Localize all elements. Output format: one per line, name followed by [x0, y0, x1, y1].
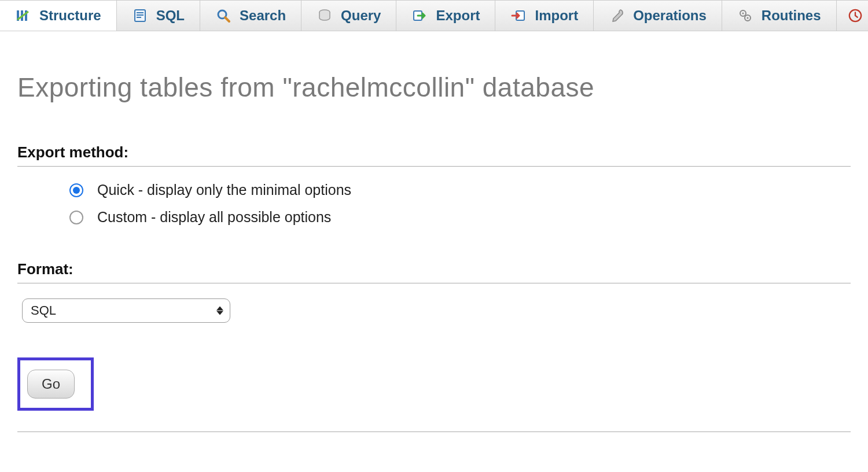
- svg-rect-4: [137, 12, 144, 13]
- radio-custom-input[interactable]: [69, 211, 83, 224]
- export-method-section: Export method: Quick - display only the …: [17, 143, 851, 226]
- structure-icon: [15, 8, 31, 24]
- format-selected-value: SQL: [31, 303, 56, 318]
- routines-icon: [737, 8, 753, 24]
- tab-label: Routines: [762, 8, 821, 24]
- tab-more[interactable]: [837, 1, 868, 31]
- svg-point-14: [742, 13, 744, 14]
- export-method-radios: Quick - display only the minimal options…: [69, 182, 851, 226]
- divider: [17, 283, 851, 283]
- format-section: Format: SQL: [17, 260, 851, 323]
- tab-routines[interactable]: Routines: [722, 1, 837, 31]
- tab-structure[interactable]: Structure: [0, 1, 117, 31]
- top-tabs: Structure SQL Search Query Export Import: [0, 0, 868, 31]
- tab-import[interactable]: Import: [495, 1, 594, 31]
- sql-icon: [132, 8, 148, 24]
- export-method-custom[interactable]: Custom - display all possible options: [69, 209, 851, 226]
- tab-label: Operations: [633, 8, 707, 24]
- tab-label: SQL: [156, 8, 185, 24]
- import-icon: [510, 8, 527, 24]
- search-icon: [215, 8, 231, 24]
- format-header: Format:: [17, 260, 851, 278]
- divider: [17, 166, 851, 167]
- clock-icon: [847, 8, 863, 24]
- svg-point-15: [746, 17, 748, 19]
- radio-quick-label: Quick - display only the minimal options: [97, 182, 351, 198]
- export-method-header: Export method:: [17, 143, 851, 161]
- tab-sql[interactable]: SQL: [117, 1, 200, 31]
- query-icon: [317, 8, 333, 24]
- format-select-wrap: SQL: [22, 298, 230, 323]
- tab-label: Structure: [39, 8, 101, 24]
- page-content: Exporting tables from "rachelmccollin" d…: [0, 31, 868, 432]
- tab-operations[interactable]: Operations: [594, 1, 722, 31]
- export-method-quick[interactable]: Quick - display only the minimal options: [69, 182, 851, 198]
- svg-line-8: [225, 17, 229, 21]
- go-highlight-box: Go: [17, 357, 94, 411]
- footer-divider: [17, 432, 851, 432]
- export-icon: [411, 8, 428, 24]
- svg-rect-6: [137, 17, 141, 18]
- tab-export[interactable]: Export: [396, 1, 495, 31]
- go-button[interactable]: Go: [27, 370, 75, 399]
- select-caret-icon: [216, 307, 223, 315]
- format-select[interactable]: SQL: [22, 298, 230, 323]
- tab-label: Query: [341, 8, 381, 24]
- tab-label: Import: [535, 8, 578, 24]
- tab-search[interactable]: Search: [200, 1, 301, 31]
- tab-label: Search: [240, 8, 286, 24]
- radio-custom-label: Custom - display all possible options: [97, 209, 331, 226]
- tab-label: Export: [436, 8, 480, 24]
- operations-icon: [609, 8, 625, 24]
- radio-quick-input[interactable]: [69, 183, 83, 197]
- page-title: Exporting tables from "rachelmccollin" d…: [17, 72, 851, 103]
- tab-query[interactable]: Query: [301, 1, 396, 31]
- svg-rect-5: [137, 14, 144, 16]
